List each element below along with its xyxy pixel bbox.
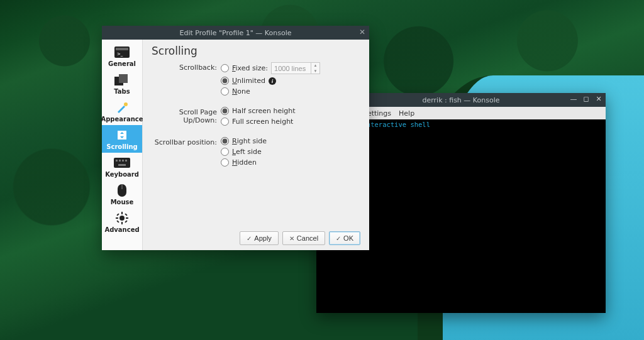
svg-rect-19: [126, 217, 128, 219]
spin-up-icon[interactable]: ▴: [311, 63, 319, 69]
radio-half-height-label[interactable]: Half screen height: [232, 107, 296, 115]
radio-none-label[interactable]: None: [232, 87, 250, 96]
ok-button[interactable]: ✓OK: [329, 231, 360, 245]
brush-icon: [114, 101, 130, 114]
svg-text:>_: >_: [117, 52, 123, 57]
scrollbarpos-label: Scrollbar position:: [152, 137, 221, 146]
radio-right-side-label[interactable]: Right side: [232, 137, 267, 145]
menu-help[interactable]: Help: [399, 109, 414, 118]
scroll-icon: [114, 129, 130, 141]
check-icon: ✓: [336, 235, 341, 242]
radio-unlimited-label[interactable]: Unlimited: [232, 77, 265, 85]
dialog-button-bar: ✓Apply ✕Cancel ✓OK: [152, 228, 360, 245]
svg-rect-12: [118, 164, 126, 166]
info-icon[interactable]: i: [269, 77, 276, 85]
svg-rect-9: [119, 160, 121, 162]
cancel-button[interactable]: ✕Cancel: [282, 231, 325, 245]
sidebar-item-advanced[interactable]: Advanced: [102, 208, 142, 236]
svg-rect-20: [116, 213, 119, 216]
svg-rect-4: [119, 74, 128, 83]
tabs-icon: [114, 74, 130, 86]
radio-none[interactable]: [221, 87, 229, 96]
radio-right-side[interactable]: [221, 137, 229, 145]
gear-icon: [114, 212, 130, 224]
radio-full-height[interactable]: [221, 118, 229, 126]
edit-profile-window: Edit Profile "Profile 1" — Konsole ✕ >_ …: [102, 26, 369, 250]
check-icon: ✓: [247, 235, 252, 242]
sidebar-item-general[interactable]: >_ General: [102, 42, 142, 70]
close-button[interactable]: ✕: [594, 95, 603, 103]
page-title: Scrolling: [152, 45, 360, 57]
sidebar-label: General: [108, 60, 136, 67]
close-icon[interactable]: ✕: [359, 28, 365, 36]
radio-half-height[interactable]: [221, 107, 229, 115]
sidebar-label: Tabs: [114, 88, 130, 95]
radio-unlimited[interactable]: [221, 77, 229, 85]
radio-left-side[interactable]: [221, 148, 229, 156]
radio-fixed-size[interactable]: [221, 64, 229, 72]
edit-title: Edit Profile "Profile 1" — Konsole: [180, 29, 292, 37]
scrollpage-label: Scroll Page Up/Down:: [152, 107, 221, 124]
spin-down-icon[interactable]: ▾: [311, 69, 319, 74]
apply-button[interactable]: ✓Apply: [240, 231, 279, 245]
sidebar-item-tabs[interactable]: Tabs: [102, 70, 142, 97]
edit-titlebar[interactable]: Edit Profile "Profile 1" — Konsole ✕: [102, 26, 369, 40]
terminal-icon: >_: [114, 46, 130, 58]
x-icon: ✕: [289, 235, 294, 242]
sidebar-label: Appearance: [101, 116, 143, 123]
svg-rect-1: [116, 48, 128, 50]
mouse-icon: [114, 184, 130, 197]
svg-point-15: [119, 216, 125, 221]
sidebar-label: Keyboard: [105, 171, 139, 178]
radio-full-height-label[interactable]: Full screen height: [232, 118, 293, 126]
scrollback-label: Scrollback:: [152, 62, 221, 72]
svg-rect-8: [116, 160, 118, 162]
scrolling-panel: Scrolling Scrollback: Fixed size: ▴▾: [143, 40, 369, 250]
svg-rect-23: [116, 220, 119, 222]
sidebar-label: Mouse: [111, 199, 134, 206]
svg-rect-18: [116, 217, 118, 219]
svg-rect-17: [121, 222, 123, 224]
minimize-button[interactable]: —: [569, 95, 578, 103]
sidebar-item-mouse[interactable]: Mouse: [102, 180, 142, 208]
sidebar-label: Advanced: [104, 226, 139, 233]
svg-rect-22: [125, 213, 127, 216]
radio-hidden-label[interactable]: Hidden: [232, 158, 257, 167]
keyboard-icon: [114, 156, 130, 169]
svg-rect-21: [125, 220, 127, 222]
fixed-size-spinner: ▴▾: [271, 62, 320, 74]
maximize-button[interactable]: ◻: [582, 95, 591, 103]
svg-point-5: [124, 102, 128, 106]
radio-fixed-size-label[interactable]: Fixed size:: [232, 64, 268, 72]
svg-rect-11: [125, 160, 127, 162]
svg-rect-7: [114, 158, 130, 168]
svg-rect-16: [121, 212, 123, 214]
sidebar-item-scrolling[interactable]: Scrolling: [102, 125, 142, 153]
sidebar-label: Scrolling: [106, 143, 138, 150]
terminal-title: derrik : fish — Konsole: [422, 96, 499, 104]
sidebar-item-appearance[interactable]: Appearance: [102, 97, 142, 125]
category-sidebar: >_ General Tabs Appearance: [102, 40, 143, 250]
sidebar-item-keyboard[interactable]: Keyboard: [102, 153, 142, 180]
svg-rect-10: [122, 160, 124, 162]
radio-hidden[interactable]: [221, 158, 229, 167]
radio-left-side-label[interactable]: Left side: [232, 148, 262, 156]
fixed-size-input[interactable]: [272, 63, 311, 74]
